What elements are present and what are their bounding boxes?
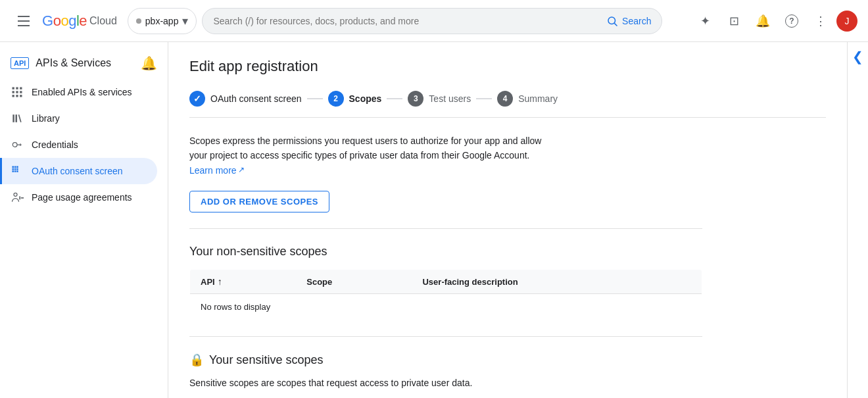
step-divider-3 bbox=[476, 98, 492, 99]
svg-rect-12 bbox=[16, 114, 18, 122]
apps-icon bbox=[11, 86, 24, 99]
content-area: Edit app registration ✓ OAuth consent sc… bbox=[168, 42, 847, 398]
more-icon: ⋮ bbox=[815, 14, 827, 28]
key-icon bbox=[11, 138, 24, 151]
table-header-row: API ↑ Scope User-facing description bbox=[190, 270, 702, 294]
dashboard-button[interactable]: ⊡ bbox=[721, 8, 747, 34]
step-circle-summary: 4 bbox=[497, 91, 513, 107]
sensitive-section-title: 🔒 Your sensitive scopes bbox=[189, 353, 826, 367]
sidebar-header: API APIs & Services 🔔 bbox=[0, 47, 168, 79]
non-sensitive-scopes-table: API ↑ Scope User-facing description No r… bbox=[189, 269, 702, 320]
sidebar-item-library[interactable]: Library bbox=[0, 105, 157, 132]
cloud-label: Cloud bbox=[89, 15, 117, 27]
svg-line-1 bbox=[614, 23, 617, 26]
dashboard-icon: ⊡ bbox=[729, 14, 739, 28]
search-bar[interactable]: Search bbox=[202, 8, 662, 34]
svg-rect-15 bbox=[12, 168, 14, 170]
more-button[interactable]: ⋮ bbox=[808, 8, 834, 34]
step-label-oauth: OAuth consent screen bbox=[210, 93, 302, 104]
chevron-down-icon: ▾ bbox=[182, 14, 188, 28]
sidebar-item-enabled-apis[interactable]: Enabled APIs & services bbox=[0, 79, 157, 105]
col-api: API ↑ bbox=[190, 270, 297, 294]
svg-rect-17 bbox=[14, 166, 16, 168]
col-scope: Scope bbox=[296, 270, 412, 294]
svg-rect-6 bbox=[16, 91, 18, 93]
step-label-summary: Summary bbox=[518, 93, 558, 104]
step-circle-test: 3 bbox=[408, 91, 423, 107]
step-number-summary: 4 bbox=[503, 94, 508, 103]
stepper: ✓ OAuth consent screen 2 Scopes 3 Test u… bbox=[189, 91, 826, 118]
sidebar: API APIs & Services 🔔 Enabled APIs & ser… bbox=[0, 42, 168, 398]
step-oauth-consent: ✓ OAuth consent screen bbox=[189, 91, 302, 107]
project-dot-icon bbox=[136, 18, 141, 24]
sidebar-item-oauth-consent[interactable]: OAuth consent screen bbox=[0, 158, 157, 184]
step-circle-scopes: 2 bbox=[328, 91, 344, 107]
project-selector[interactable]: pbx-app ▾ bbox=[128, 8, 197, 34]
notifications-button[interactable]: 🔔 bbox=[750, 8, 776, 34]
sidebar-item-label: Page usage agreements bbox=[32, 192, 132, 203]
scopes-description: Scopes express the permissions you reque… bbox=[189, 134, 544, 178]
sidebar-bell-icon[interactable]: 🔔 bbox=[141, 55, 157, 71]
collapse-panel-button[interactable]: ❮ bbox=[849, 47, 867, 66]
main-layout: API APIs & Services 🔔 Enabled APIs & ser… bbox=[0, 42, 868, 398]
no-rows-message: No rows to display bbox=[190, 294, 702, 320]
sidebar-item-label: Credentials bbox=[32, 139, 78, 150]
search-button-label: Search bbox=[622, 16, 651, 26]
svg-rect-20 bbox=[16, 166, 18, 168]
step-label-scopes: Scopes bbox=[349, 93, 382, 104]
sidebar-item-label: OAuth consent screen bbox=[32, 166, 123, 176]
sidebar-item-label: Enabled APIs & services bbox=[32, 87, 132, 97]
svg-rect-3 bbox=[16, 87, 18, 89]
svg-rect-11 bbox=[12, 114, 14, 122]
help-button[interactable]: ? bbox=[779, 8, 805, 34]
check-icon: ✓ bbox=[193, 93, 201, 104]
avatar[interactable]: J bbox=[836, 11, 857, 32]
step-circle-completed: ✓ bbox=[189, 91, 205, 107]
notifications-icon: 🔔 bbox=[756, 14, 770, 28]
menu-button[interactable] bbox=[11, 8, 37, 34]
external-link-icon: ↗ bbox=[238, 164, 245, 176]
svg-rect-8 bbox=[12, 95, 14, 97]
sort-arrow-icon[interactable]: ↑ bbox=[218, 276, 222, 287]
grid-icon bbox=[11, 164, 24, 178]
step-divider-1 bbox=[307, 98, 323, 99]
person-grid-icon bbox=[11, 191, 24, 204]
svg-point-23 bbox=[14, 193, 17, 196]
google-cloud-logo[interactable]: Google Cloud bbox=[42, 12, 117, 30]
collapse-icon: ❮ bbox=[852, 49, 863, 64]
collapse-panel-area: ❮ bbox=[847, 42, 868, 398]
sidebar-item-label: Library bbox=[32, 113, 60, 124]
search-input[interactable] bbox=[213, 16, 601, 26]
svg-rect-9 bbox=[16, 95, 18, 97]
svg-rect-4 bbox=[20, 87, 22, 89]
svg-rect-21 bbox=[16, 168, 18, 170]
gemini-button[interactable]: ✦ bbox=[692, 8, 718, 34]
sidebar-item-page-usage[interactable]: Page usage agreements bbox=[0, 184, 157, 211]
svg-rect-19 bbox=[14, 170, 16, 172]
section-divider-1 bbox=[189, 228, 702, 229]
svg-rect-5 bbox=[12, 91, 14, 93]
svg-point-0 bbox=[608, 17, 615, 24]
hamburger-icon bbox=[18, 16, 30, 26]
step-label-test: Test users bbox=[429, 93, 471, 104]
table-row-empty: No rows to display bbox=[190, 294, 702, 320]
svg-rect-24 bbox=[19, 196, 20, 199]
svg-rect-14 bbox=[12, 166, 14, 168]
search-button[interactable]: Search bbox=[606, 15, 651, 27]
learn-more-link[interactable]: Learn more ↗ bbox=[189, 163, 245, 178]
svg-rect-10 bbox=[20, 95, 22, 97]
step-divider-2 bbox=[387, 98, 402, 99]
step-summary: 4 Summary bbox=[497, 91, 558, 107]
step-test-users: 3 Test users bbox=[408, 91, 471, 107]
step-number-test: 3 bbox=[414, 94, 418, 103]
sensitive-description: Sensitive scopes are scopes that request… bbox=[189, 378, 544, 388]
topbar: Google Cloud pbx-app ▾ Search ✦ ⊡ 🔔 ? bbox=[0, 0, 868, 42]
sidebar-item-credentials[interactable]: Credentials bbox=[0, 132, 157, 158]
help-icon: ? bbox=[785, 14, 798, 28]
svg-rect-7 bbox=[20, 91, 22, 93]
gemini-icon: ✦ bbox=[700, 14, 710, 28]
lock-icon: 🔒 bbox=[189, 353, 204, 367]
topbar-actions: ✦ ⊡ 🔔 ? ⋮ J bbox=[692, 8, 857, 34]
add-scopes-button[interactable]: ADD OR REMOVE SCOPES bbox=[189, 191, 329, 212]
step-scopes: 2 Scopes bbox=[328, 91, 382, 107]
